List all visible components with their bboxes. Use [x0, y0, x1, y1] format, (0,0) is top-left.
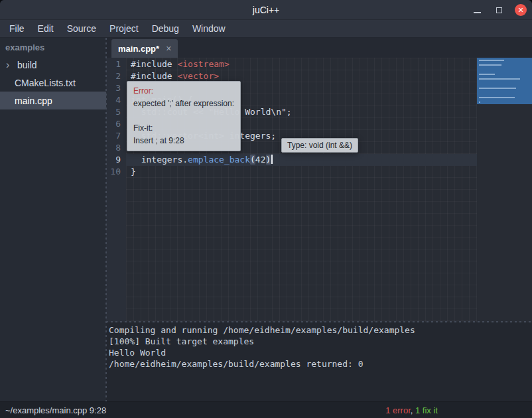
- window-controls: ✕: [471, 0, 527, 20]
- code-line[interactable]: #include <iostream>: [126, 58, 477, 70]
- tooltip-fixit-action: Insert ; at 9:28: [133, 135, 234, 147]
- code-segment: <iostream>: [177, 59, 229, 69]
- code-segment: }: [131, 167, 136, 176]
- terminal-line: Compiling and running /home/eidheim/exam…: [109, 324, 532, 336]
- minimap-code-line: [479, 78, 520, 80]
- tooltip-fixit-title: Fix-it:: [133, 122, 234, 135]
- line-number: 10: [106, 166, 126, 178]
- sidebar-splitter[interactable]: [105, 38, 107, 401]
- text-cursor: [271, 155, 273, 164]
- line-number: 5: [106, 106, 126, 118]
- minimize-icon: [474, 12, 481, 13]
- type-tooltip: Type: void (int &&): [281, 138, 358, 153]
- tree-item-label: main.cpp: [15, 96, 52, 106]
- line-number: 8: [106, 142, 126, 154]
- tree-item-build[interactable]: ›build: [0, 56, 106, 74]
- tree-item-label: build: [17, 60, 37, 70]
- tree-item-label: CMakeLists.txt: [15, 78, 76, 88]
- terminal-line: Hello World: [109, 347, 532, 358]
- restore-button[interactable]: [493, 4, 505, 16]
- terminal-splitter[interactable]: [106, 321, 532, 322]
- code-segment: emplace_back: [188, 155, 250, 165]
- restore-icon: [496, 7, 502, 13]
- minimap-code-line: [479, 97, 515, 98]
- terminal-line: [100%] Built target examples: [109, 336, 532, 347]
- close-icon: ✕: [517, 6, 523, 15]
- chevron-right-icon[interactable]: ›: [0, 56, 17, 74]
- menu-window[interactable]: Window: [186, 20, 232, 37]
- code-segment: integers.: [131, 155, 188, 165]
- code-segment: (: [250, 155, 255, 165]
- file-sidebar: examples ›buildCMakeLists.txtmain.cpp: [0, 38, 106, 401]
- line-number: 1: [106, 58, 126, 70]
- status-separator: ,: [411, 405, 415, 415]
- code-line[interactable]: integers.emplace_back(42): [126, 154, 477, 166]
- minimap-viewport[interactable]: [477, 58, 532, 104]
- tree-item-main-cpp[interactable]: main.cpp: [0, 92, 106, 109]
- line-number: 2: [106, 70, 126, 82]
- menu-debug[interactable]: Debug: [145, 20, 186, 37]
- status-file-location: ~/examples/main.cpp 9:28: [0, 405, 106, 415]
- code-segment: <vector>: [177, 71, 219, 81]
- tab-bar: main.cpp* ×: [106, 38, 532, 58]
- line-number: 6: [106, 118, 126, 130]
- terminal-output[interactable]: Compiling and running /home/eidheim/exam…: [106, 322, 532, 401]
- status-diagnostics: 1 error, 1 fix it: [385, 405, 438, 415]
- menu-source[interactable]: Source: [60, 20, 103, 37]
- diagnostic-tooltip: Error: expected ';' after expression: Fi…: [127, 81, 241, 151]
- menu-file[interactable]: File: [3, 20, 31, 37]
- minimap-code-line: [479, 74, 495, 75]
- window-title: juCi++: [253, 5, 279, 15]
- line-number: 9: [106, 154, 126, 166]
- titlebar[interactable]: juCi++ ✕: [0, 0, 532, 20]
- minimap[interactable]: [477, 58, 532, 322]
- tooltip-error-title: Error:: [133, 85, 234, 98]
- status-error-count: 1 error: [385, 405, 411, 415]
- minimap-code-line: [479, 102, 480, 103]
- code-segment: #include: [131, 59, 177, 69]
- jucipp-window: juCi++ ✕ FileEditSourceProjectDebugWindo…: [0, 0, 532, 418]
- line-number: 4: [106, 94, 126, 106]
- tab-close-icon[interactable]: ×: [166, 44, 171, 53]
- minimap-code-line: [479, 60, 504, 61]
- statusbar: ~/examples/main.cpp 9:28 1 error, 1 fix …: [0, 401, 532, 418]
- line-number: 7: [106, 130, 126, 142]
- menubar: FileEditSourceProjectDebugWindow: [0, 20, 532, 38]
- tab-main-cpp[interactable]: main.cpp* ×: [111, 39, 178, 58]
- tree-item-cmakelists-txt[interactable]: CMakeLists.txt: [0, 74, 106, 92]
- tab-label: main.cpp*: [118, 44, 159, 54]
- menu-edit[interactable]: Edit: [31, 20, 60, 37]
- code-segment: 42: [255, 155, 266, 165]
- file-tree: ›buildCMakeLists.txtmain.cpp: [0, 56, 106, 109]
- code-segment: #include: [131, 71, 177, 81]
- code-segment: ): [266, 155, 271, 165]
- line-number-gutter: 12345678910: [106, 58, 126, 322]
- status-fixit-count: 1 fix it: [415, 405, 438, 415]
- terminal-line: /home/eidheim/examples/build/examples re…: [109, 358, 532, 370]
- line-number: 3: [106, 82, 126, 94]
- minimap-code-line: [479, 88, 516, 89]
- close-button[interactable]: ✕: [515, 4, 527, 16]
- tooltip-error-message: expected ';' after expression:: [133, 98, 234, 110]
- sidebar-header: examples: [0, 38, 106, 56]
- minimap-code-line: [479, 64, 501, 66]
- minimize-button[interactable]: [471, 4, 483, 16]
- code-line[interactable]: }: [126, 166, 477, 178]
- menu-project[interactable]: Project: [103, 20, 145, 37]
